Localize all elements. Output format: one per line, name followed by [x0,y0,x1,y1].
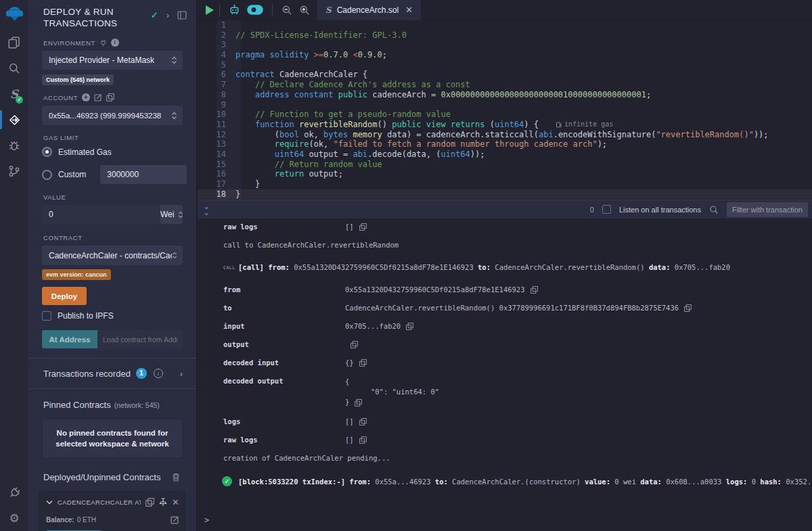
value-label: VALUE [43,193,66,201]
tab-cadencearch-sol[interactable]: S CadenceArch.sol ✕ [317,0,421,20]
main-area: S CadenceArch.sol ✕ 12// SPDX-License-Id… [198,0,812,531]
deployed-contract-name: CADENCEARCHCALER AT 0X377...E7436 [58,499,141,506]
copy-account-icon[interactable] [106,93,114,101]
tab-close-icon[interactable]: ✕ [405,5,413,15]
line-number: 15 [198,160,235,170]
fork-state-icon[interactable] [99,39,107,47]
code-text: address constant public cadenceArch = 0x… [235,90,651,100]
at-address-input[interactable] [97,330,183,348]
code-line: 4pragma solidity >=0.7.0 <0.9.0; [198,50,812,60]
deploy-run-icon[interactable] [0,107,28,133]
trash-icon[interactable] [172,473,180,482]
value-unit-select[interactable]: Wei [160,205,183,224]
deployed-contract-card: CADENCEARCHCALER AT 0X377...E7436 ✕ Bala… [39,490,186,531]
transactions-expand-icon[interactable]: › [180,369,183,379]
terminal-collapse-icon[interactable]: ⌄⌄ [203,204,208,216]
code-text: // Function to get a pseudo-random value [235,110,451,120]
git-icon[interactable] [0,158,28,184]
split-view-icon[interactable] [177,11,187,20]
terminal-key: from [223,285,345,294]
environment-label: ENVIRONMENT [43,39,95,47]
copy-icon[interactable] [531,286,538,294]
copy-icon[interactable] [406,323,413,330]
terminal-block-row[interactable]: ✓[block:5033220 txIndex:-] from: 0x55a..… [198,476,812,486]
terminal-value: { "0": "uint64: 0"} [345,377,439,407]
estimated-gas-radio[interactable] [42,147,52,157]
chevron-down-icon[interactable] [46,500,53,505]
terminal-search-icon[interactable] [709,205,719,214]
terminal-value: CadenceArchCaler.revertibleRandom() 0x37… [345,304,679,312]
terminal-key: decoded input [223,359,345,367]
custom-gas-label: Custom [58,170,86,179]
code-text: uint64 output = abi.decode(data, (uint64… [235,149,485,160]
listen-count: 0 [590,206,594,214]
ai-assistant-icon[interactable] [229,4,240,16]
transactions-info-icon[interactable]: i [154,369,163,378]
copy-icon[interactable] [684,304,692,312]
copy-icon[interactable] [359,359,367,367]
activity-bar: S✓ ⚙ [0,0,28,531]
debugger-icon[interactable] [0,133,28,158]
terminal-key: output [223,340,345,348]
solidity-compiler-icon[interactable]: S✓ [0,81,28,107]
copy-icon[interactable] [351,341,358,348]
custom-gas-input[interactable] [100,165,187,184]
copy-icon[interactable] [359,223,367,231]
line-number: 10 [198,110,235,120]
plugin-manager-icon[interactable] [0,480,28,505]
code-line: 11 function revertibleRandom() public vi… [198,120,812,130]
close-contract-icon[interactable]: ✕ [172,497,179,507]
estimated-gas-label: Estimated Gas [58,147,112,157]
contract-value: CadenceArchCaler - contracts/Cac [49,251,172,260]
terminal-prompt[interactable]: > [204,515,209,525]
value-unit: Wei [160,210,174,219]
line-number: 4 [198,50,235,60]
code-text: require(ok, "failed to fetch a random nu… [235,139,607,149]
copy-icon[interactable] [355,399,362,407]
edit-balance-icon[interactable] [171,515,179,524]
deploy-button[interactable]: Deploy [42,287,87,305]
terminal-value: [] [345,223,354,231]
environment-info-icon[interactable]: i [111,39,119,47]
copy-address-icon[interactable] [145,498,154,507]
panel-expand-icon[interactable]: › [166,10,169,20]
account-select[interactable]: 0x55a...46923 (999.9999453238 [42,106,183,125]
publish-ipfs-checkbox[interactable] [42,311,51,321]
terminal-filter-input[interactable] [727,202,808,217]
transactions-recorded-label: Transactions recorded [43,369,131,379]
zoom-out-icon[interactable] [281,5,292,16]
value-input[interactable] [42,205,160,224]
pin-icon[interactable] [159,498,167,507]
transactions-recorded-row[interactable]: Transactions recorded 1 i › [28,359,196,379]
ai-toggle-icon[interactable] [247,5,263,15]
custom-gas-radio[interactable] [42,170,52,180]
terminal-kv-row: raw logs[] [198,436,812,444]
listen-all-checkbox[interactable] [602,205,611,214]
terminal-message: creation of CadenceArchCaler pending... [198,454,812,462]
copy-icon[interactable] [359,418,367,425]
terminal-value: 0x55a1320D432759960C5Df0215a8dF78e1E1469… [345,285,525,294]
code-editor[interactable]: 12// SPDX-License-Identifier: GPL-3.034p… [198,20,812,200]
code-text: (bool ok, bytes memory data) = cadenceAr… [235,130,769,140]
settings-icon[interactable]: ⚙ [0,505,28,531]
environment-select[interactable]: Injected Provider - MetaMask [42,51,183,70]
tab-label: CadenceArch.sol [337,5,399,15]
at-address-button[interactable]: At Address [42,330,97,348]
add-account-icon[interactable]: + [82,93,90,101]
run-script-button[interactable] [206,5,214,15]
code-line: 1 [198,20,812,30]
line-number: 16 [198,169,235,179]
terminal-call-row[interactable]: call[call] from: 0x55a1320D432759960C5Df… [198,263,812,271]
terminal-key: logs [223,417,345,425]
search-icon[interactable] [0,55,28,81]
line-number: 18 [198,189,235,200]
copy-icon[interactable] [359,436,367,444]
block-summary: [block:5033220 txIndex:-] from: 0x55a...… [238,478,812,486]
file-explorer-icon[interactable] [0,30,28,55]
code-text: contract CadenceArchCaler { [235,70,367,80]
remix-logo-icon [5,5,24,23]
zoom-in-icon[interactable] [299,5,310,16]
sign-message-icon[interactable] [94,93,102,101]
publish-ipfs-label: Publish to IPFS [58,311,114,321]
contract-select[interactable]: CadenceArchCaler - contracts/Cac [42,246,183,265]
